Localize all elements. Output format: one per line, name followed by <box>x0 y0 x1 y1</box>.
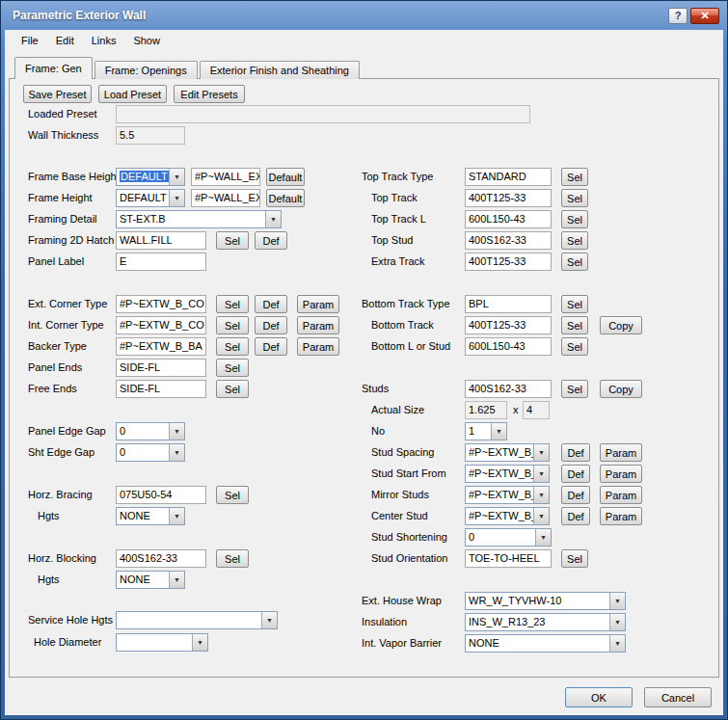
mirror-studs-combo[interactable]: #P~EXTW_B_ ▼ <box>465 486 550 504</box>
panel-ends-input[interactable]: SIDE-FL <box>116 359 206 377</box>
blocking-hgts-combo[interactable]: NONE ▼ <box>116 571 185 589</box>
tab-exterior-finish[interactable]: Exterior Finish and Sheathing <box>200 61 360 79</box>
stud-start-from-def-button[interactable]: Def <box>561 465 590 483</box>
panel-ends-sel-button[interactable]: Sel <box>216 359 249 377</box>
framing-2d-hatch-input[interactable]: WALL.FILL <box>116 231 206 250</box>
tab-frame-gen[interactable]: Frame: Gen <box>14 57 93 79</box>
chevron-down-icon[interactable]: ▼ <box>169 572 184 588</box>
horz-blocking-sel-button[interactable]: Sel <box>216 549 249 568</box>
center-stud-param-button[interactable]: Param <box>600 507 642 525</box>
studs-sel-button[interactable]: Sel <box>561 380 588 398</box>
bottom-track-copy-button[interactable]: Copy <box>600 316 642 334</box>
top-track-type-input[interactable]: STANDARD <box>465 168 552 186</box>
menu-show[interactable]: Show <box>124 32 169 49</box>
stud-start-from-combo[interactable]: #P~EXTW_B_ ▼ <box>465 465 550 483</box>
ext-corner-type-param-button[interactable]: Param <box>297 295 339 313</box>
hole-diameter-combo[interactable]: ▼ <box>116 633 208 652</box>
stud-start-from-param-button[interactable]: Param <box>600 465 642 483</box>
backer-type-input[interactable]: #P~EXTW_B_BA <box>116 337 206 356</box>
chevron-down-icon[interactable]: ▼ <box>609 635 625 652</box>
chevron-down-icon[interactable]: ▼ <box>533 487 549 503</box>
top-stud-input[interactable]: 400S162-33 <box>465 231 552 250</box>
horz-blocking-input[interactable]: 400S162-33 <box>116 549 206 568</box>
backer-type-def-button[interactable]: Def <box>255 337 287 356</box>
int-vapor-barrier-combo[interactable]: NONE ▼ <box>465 634 626 653</box>
mirror-studs-param-button[interactable]: Param <box>600 486 642 504</box>
frame-base-height-param-input[interactable]: #P~WALL_EX <box>191 168 260 186</box>
chevron-down-icon[interactable]: ▼ <box>265 211 281 227</box>
free-ends-input[interactable]: SIDE-FL <box>116 380 206 398</box>
help-button[interactable]: ? <box>668 8 688 24</box>
framing-detail-combo[interactable]: ST-EXT.B ▼ <box>116 210 282 228</box>
top-track-l-input[interactable]: 600L150-43 <box>465 210 552 228</box>
service-hole-hgts-combo[interactable]: ▼ <box>116 611 278 629</box>
int-corner-type-input[interactable]: #P~EXTW_B_CO <box>116 316 206 334</box>
chevron-down-icon[interactable]: ▼ <box>533 466 549 482</box>
framing-2d-hatch-def-button[interactable]: Def <box>255 231 287 250</box>
studs-copy-button[interactable]: Copy <box>600 380 642 398</box>
panel-label-input[interactable]: E <box>116 253 206 271</box>
center-stud-combo[interactable]: #P~EXTW_B_ ▼ <box>465 507 550 525</box>
studs-input[interactable]: 400S162-33 <box>465 380 552 398</box>
extra-track-input[interactable]: 400T125-33 <box>465 253 552 271</box>
tab-frame-openings[interactable]: Frame: Openings <box>94 61 198 79</box>
bracing-hgts-combo[interactable]: NONE ▼ <box>116 507 185 525</box>
bottom-track-type-sel-button[interactable]: Sel <box>561 295 588 313</box>
frame-height-default-button[interactable]: Default <box>266 189 305 207</box>
top-stud-sel-button[interactable]: Sel <box>561 231 588 250</box>
stud-orientation-sel-button[interactable]: Sel <box>561 549 588 568</box>
ext-house-wrap-combo[interactable]: WR_W_TYVHW-10 ▼ <box>465 592 626 610</box>
int-corner-type-param-button[interactable]: Param <box>297 316 339 334</box>
horz-bracing-input[interactable]: 075U50-54 <box>116 486 206 504</box>
cancel-button[interactable]: Cancel <box>644 687 712 707</box>
ext-corner-type-def-button[interactable]: Def <box>255 295 287 313</box>
bottom-track-sel-button[interactable]: Sel <box>561 316 588 334</box>
panel-edge-gap-combo[interactable]: 0 ▼ <box>116 422 185 440</box>
int-corner-type-def-button[interactable]: Def <box>255 316 287 334</box>
chevron-down-icon[interactable]: ▼ <box>609 614 625 630</box>
top-track-sel-button[interactable]: Sel <box>561 189 588 207</box>
framing-2d-hatch-sel-button[interactable]: Sel <box>216 231 249 250</box>
int-corner-type-sel-button[interactable]: Sel <box>216 316 249 334</box>
top-track-input[interactable]: 400T125-33 <box>465 189 552 207</box>
stud-spacing-combo[interactable]: #P~EXTW_B_ ▼ <box>465 443 550 462</box>
bottom-l-or-stud-sel-button[interactable]: Sel <box>561 337 588 356</box>
save-preset-button[interactable]: Save Preset <box>23 85 92 103</box>
ok-button[interactable]: OK <box>565 687 633 707</box>
no-combo[interactable]: 1 ▼ <box>465 422 507 440</box>
bottom-track-input[interactable]: 400T125-33 <box>465 316 552 334</box>
chevron-down-icon[interactable]: ▼ <box>609 593 625 609</box>
horz-bracing-sel-button[interactable]: Sel <box>216 486 249 504</box>
backer-type-sel-button[interactable]: Sel <box>216 337 249 356</box>
stud-shortening-combo[interactable]: 0 ▼ <box>465 528 552 547</box>
extra-track-sel-button[interactable]: Sel <box>561 253 588 271</box>
insulation-combo[interactable]: INS_W_R13_23 ▼ <box>465 613 626 631</box>
close-button[interactable]: ✕ <box>690 8 719 24</box>
menu-edit[interactable]: Edit <box>47 32 83 49</box>
chevron-down-icon[interactable]: ▼ <box>535 529 551 546</box>
titlebar[interactable]: Parametric Exterior Wall ? ✕ <box>1 1 727 30</box>
edit-presets-button[interactable]: Edit Presets <box>174 85 245 103</box>
chevron-down-icon[interactable]: ▼ <box>169 169 184 185</box>
chevron-down-icon[interactable]: ▼ <box>192 634 207 651</box>
top-track-l-sel-button[interactable]: Sel <box>561 210 588 228</box>
stud-orientation-input[interactable]: TOE-TO-HEEL <box>465 549 552 568</box>
stud-spacing-param-button[interactable]: Param <box>600 443 642 462</box>
free-ends-sel-button[interactable]: Sel <box>216 380 249 398</box>
bottom-l-or-stud-input[interactable]: 600L150-43 <box>465 337 552 356</box>
top-track-type-sel-button[interactable]: Sel <box>561 168 588 186</box>
load-preset-button[interactable]: Load Preset <box>98 85 167 103</box>
sht-edge-gap-combo[interactable]: 0 ▼ <box>116 443 185 462</box>
chevron-down-icon[interactable]: ▼ <box>533 444 549 461</box>
ext-corner-type-sel-button[interactable]: Sel <box>216 295 249 313</box>
chevron-down-icon[interactable]: ▼ <box>169 508 184 524</box>
chevron-down-icon[interactable]: ▼ <box>261 612 277 628</box>
chevron-down-icon[interactable]: ▼ <box>169 190 184 206</box>
menu-links[interactable]: Links <box>83 32 125 49</box>
center-stud-def-button[interactable]: Def <box>561 507 590 525</box>
mirror-studs-def-button[interactable]: Def <box>561 486 590 504</box>
ext-corner-type-input[interactable]: #P~EXTW_B_CO <box>116 295 206 313</box>
frame-base-height-default-button[interactable]: Default <box>266 168 305 186</box>
bottom-track-type-input[interactable]: BPL <box>465 295 552 313</box>
menu-file[interactable]: File <box>13 32 47 49</box>
